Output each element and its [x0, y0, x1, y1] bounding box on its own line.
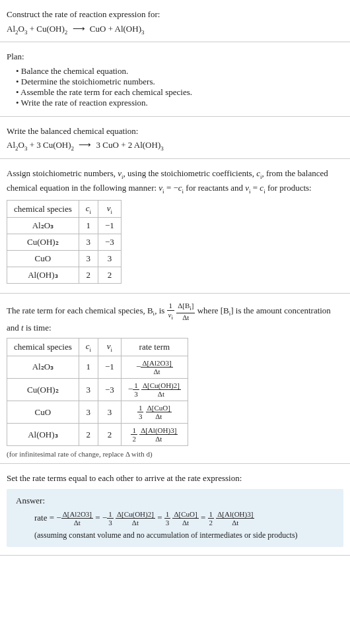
eq: =: [199, 513, 208, 523]
frac: Δ[CuO]Δt: [172, 510, 198, 527]
cell-c: 2: [79, 424, 98, 446]
sub: i: [171, 314, 173, 321]
col-nui: νi: [98, 200, 122, 218]
cell-nu: 3: [98, 401, 122, 424]
txt: Cu(OH): [36, 24, 65, 34]
stoich-table: chemical species ci νi Al₂O₃1−1 Cu(OH)₂3…: [7, 200, 122, 284]
col-species: chemical species: [7, 200, 79, 218]
eq: =: [155, 513, 164, 523]
table-row: Al₂O₃1−1: [7, 218, 122, 234]
num: 1: [107, 510, 114, 519]
cell-c: 1: [79, 218, 98, 234]
answer-box: Answer: rate = −Δ[Al2O3]Δt = −13 Δ[Cu(OH…: [7, 489, 343, 547]
cell-c: 2: [79, 267, 98, 284]
frac: Δ[Al2O3]Δt: [61, 510, 93, 527]
product-aloh3: Al(OH)3: [115, 24, 145, 34]
eq: =: [251, 183, 260, 193]
b-aloh3: Al(OH)3: [134, 140, 164, 150]
sign: −: [102, 513, 107, 523]
rateterm-text: The rate term for each chemical species,…: [7, 302, 343, 334]
txt: Al(OH): [115, 24, 141, 34]
prompt-equation: Al2O3 + Cu(OH)2 ⟶ CuO + Al(OH)3: [7, 24, 343, 36]
answer-note: (assuming constant volume and no accumul…: [16, 531, 334, 540]
table-row: Al(OH)₃22: [7, 267, 122, 284]
num: 1: [133, 381, 139, 390]
sub: i: [111, 346, 113, 353]
plan-item: Write the rate of reaction expression.: [16, 98, 343, 108]
num: 1: [131, 426, 137, 435]
txt: O: [18, 24, 24, 34]
txt: The rate term for each chemical species,…: [7, 306, 153, 315]
frac: Δ[Cu(OH)2]Δt: [116, 510, 155, 527]
den: 2: [131, 435, 137, 443]
table-row: Al(OH)₃ 2 2 12 Δ[Al(OH)3]Δt: [7, 424, 188, 446]
balanced-equation: Al2O3 + 3 Cu(OH)2 ⟶ 3 CuO + 2 Al(OH)3: [7, 140, 343, 152]
frac: Δ[Al(OH)3]Δt: [216, 510, 254, 527]
plan-item: Determine the stoichiometric numbers.: [16, 77, 343, 87]
reaction-arrow-icon: ⟶: [76, 140, 94, 150]
cell-species: Al₂O₃: [7, 356, 79, 378]
num: 1: [164, 510, 171, 519]
num: Δ[Cu(OH)2]: [116, 510, 155, 519]
plan-list: Balance the chemical equation. Determine…: [7, 66, 343, 108]
num: 1: [208, 510, 215, 519]
cell-species: Al(OH)₃: [7, 424, 79, 446]
cell-rate: −13 Δ[Cu(OH)2]Δt: [121, 378, 188, 401]
final-section: Set the rate terms equal to each other t…: [0, 464, 350, 556]
den: Δt: [146, 412, 172, 420]
plan-title: Plan:: [7, 50, 343, 63]
cell-nu: −1: [98, 356, 122, 378]
num: Δ[CuO]: [172, 510, 198, 519]
plus: + 3: [27, 140, 43, 150]
den: Δt: [216, 519, 254, 527]
sub: i: [90, 346, 92, 353]
num: 1: [167, 302, 174, 310]
coef: 3: [94, 140, 102, 150]
cell-nu: 3: [98, 251, 122, 267]
cell-rate: −Δ[Al2O3]Δt: [121, 356, 188, 378]
sign: −: [56, 513, 61, 523]
sub: 2: [65, 28, 68, 35]
num: Δ[Al2O3]: [141, 359, 172, 368]
balanced-title: Write the balanced chemical equation:: [7, 125, 343, 138]
plus: + 2: [119, 140, 134, 150]
reactant-cuoh2: Cu(OH)2: [36, 24, 67, 34]
plan-section: Plan: Balance the chemical equation. Det…: [0, 42, 350, 117]
coef-frac: 12: [131, 426, 137, 443]
num: Δ[Al2O3]: [61, 510, 93, 519]
den: Δt: [116, 519, 155, 527]
coef-frac: 13: [164, 510, 171, 527]
coef-frac: 13: [137, 404, 144, 420]
cell-species: Cu(OH)₂: [7, 378, 79, 401]
frac: Δ[Al(OH)3]Δt: [139, 426, 178, 443]
table-header-row: chemical species ci νi rate term: [7, 338, 188, 356]
txt: ]: [192, 302, 194, 309]
sign: −: [136, 361, 141, 371]
txt: , is: [155, 306, 166, 315]
cell-species: Al₂O₃: [7, 218, 79, 234]
cell-nu: 2: [98, 267, 122, 284]
sign: −: [128, 384, 133, 394]
den: νi: [167, 311, 174, 321]
table-row: CuO33: [7, 251, 122, 267]
cell-rate: 13 Δ[CuO]Δt: [121, 401, 188, 424]
txt: is time:: [24, 323, 52, 333]
cell-species: Cu(OH)₂: [7, 234, 79, 251]
cell-rate: 12 Δ[Al(OH)3]Δt: [121, 424, 188, 446]
txt: Al(OH): [134, 140, 160, 150]
txt: O: [18, 140, 24, 150]
balanced-section: Write the balanced chemical equation: Al…: [0, 117, 350, 159]
eq: =: [93, 513, 102, 523]
infinitesimal-note: (for infinitesimal rate of change, repla…: [7, 450, 343, 458]
plus: +: [27, 24, 36, 34]
plan-item: Assemble the rate term for each chemical…: [16, 87, 343, 98]
cell-nu: −3: [98, 378, 122, 401]
num: Δ[CuO]: [146, 404, 172, 412]
sub: i: [90, 208, 92, 214]
cell-c: 3: [79, 401, 98, 424]
den: Δt: [141, 390, 181, 398]
b-cuo: CuO: [102, 140, 119, 150]
den: 3: [164, 519, 171, 527]
den: Δt: [61, 519, 93, 527]
eq: = −: [164, 183, 178, 193]
